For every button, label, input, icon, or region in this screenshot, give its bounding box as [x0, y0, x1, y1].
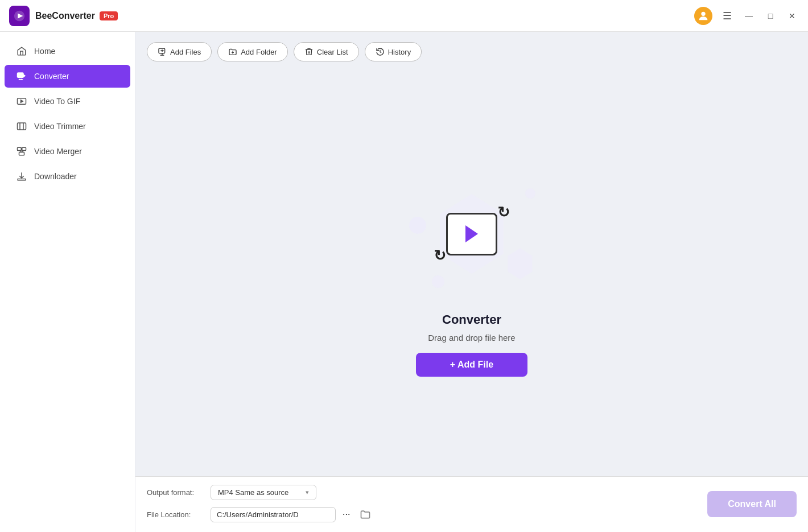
video-to-gif-icon	[16, 96, 27, 107]
sidebar-item-converter-label: Converter	[34, 72, 69, 81]
browse-folder-button[interactable]	[357, 506, 374, 523]
add-folder-icon	[228, 47, 237, 56]
maximize-button[interactable]: □	[764, 9, 777, 23]
svg-rect-3	[18, 73, 24, 77]
add-file-button[interactable]: + Add File	[416, 353, 527, 377]
video-merger-icon	[16, 146, 27, 157]
clear-list-button[interactable]: Clear List	[294, 42, 359, 61]
drop-illustration: ↺ ↻	[403, 171, 540, 296]
menu-button[interactable]: ☰	[720, 9, 734, 23]
add-files-button[interactable]: Add Files	[147, 42, 212, 61]
sidebar-item-video-trimmer-label: Video Trimmer	[34, 122, 86, 131]
pro-badge: Pro	[100, 11, 118, 20]
sidebar-item-downloader[interactable]: Downloader	[5, 165, 130, 188]
add-folder-button[interactable]: Add Folder	[217, 42, 288, 61]
output-format-select[interactable]: MP4 Same as source ▾	[211, 485, 316, 500]
toolbar: Add Files Add Folder Clear List	[135, 32, 808, 72]
add-files-icon	[158, 47, 167, 56]
sidebar-item-video-to-gif-label: Video To GIF	[34, 97, 80, 106]
history-icon	[376, 47, 385, 56]
output-format-label: Output format:	[147, 488, 204, 497]
sidebar-item-video-merger[interactable]: Video Merger	[5, 140, 130, 163]
sidebar-item-home-label: Home	[34, 47, 55, 56]
sidebar-item-converter[interactable]: Converter	[5, 65, 130, 88]
drop-subtitle: Drag and drop file here	[428, 333, 515, 343]
trash-icon	[304, 47, 314, 56]
app-name: BeeConverter	[35, 11, 95, 21]
chevron-down-icon: ▾	[306, 489, 309, 496]
output-format-row: Output format: MP4 Same as source ▾	[147, 485, 696, 500]
titlebar: BeeConverter Pro ☰ — □ ✕	[0, 0, 808, 32]
app-logo	[9, 6, 30, 26]
svg-rect-5	[18, 123, 26, 130]
svg-point-2	[701, 11, 705, 15]
convert-all-button[interactable]: Convert All	[707, 491, 797, 517]
content-area: Add Files Add Folder Clear List	[135, 32, 808, 532]
svg-rect-10	[19, 152, 24, 155]
sidebar-item-video-merger-label: Video Merger	[34, 147, 82, 156]
history-button[interactable]: History	[365, 42, 422, 61]
close-button[interactable]: ✕	[785, 9, 799, 23]
sidebar: Home Converter Video To GIF	[0, 32, 135, 532]
bottom-bar: Output format: MP4 Same as source ▾ File…	[135, 476, 808, 532]
window-controls: ☰ — □ ✕	[694, 7, 799, 25]
more-options-button[interactable]: ···	[343, 509, 350, 519]
svg-rect-9	[22, 147, 26, 150]
sidebar-item-video-trimmer[interactable]: Video Trimmer	[5, 115, 130, 138]
sidebar-item-downloader-label: Downloader	[34, 172, 77, 181]
drop-title: Converter	[442, 312, 501, 327]
file-location-row: File Location: C:/Users/Administrator/D …	[147, 506, 696, 523]
minimize-button[interactable]: —	[742, 9, 756, 23]
sidebar-item-home[interactable]: Home	[5, 40, 130, 63]
bottom-fields: Output format: MP4 Same as source ▾ File…	[147, 485, 696, 523]
converter-icon	[16, 71, 27, 82]
dropzone[interactable]: ↺ ↻ Converter Drag and drop file here + …	[135, 72, 808, 476]
converter-drop-icon	[446, 213, 497, 255]
svg-rect-8	[18, 147, 22, 150]
downloader-icon	[16, 171, 27, 182]
video-trimmer-icon	[16, 121, 27, 132]
file-location-input: C:/Users/Administrator/D	[211, 507, 336, 522]
home-icon	[16, 46, 27, 57]
file-location-label: File Location:	[147, 510, 204, 519]
user-avatar[interactable]	[694, 7, 712, 25]
sidebar-item-video-to-gif[interactable]: Video To GIF	[5, 90, 130, 113]
